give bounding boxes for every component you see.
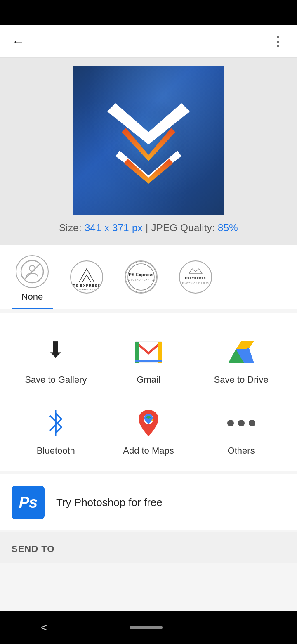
svg-text:PSEXPRESS: PSEXPRESS: [185, 277, 206, 280]
svg-text:PHOTOSHOP EXPRESS: PHOTOSHOP EXPRESS: [71, 288, 102, 291]
svg-rect-16: [135, 360, 162, 362]
image-thumbnail: [73, 66, 224, 215]
image-metadata: Size: 341 x 371 px | JPEG Quality: 85%: [59, 222, 238, 234]
jpeg-quality: 85%: [218, 222, 238, 233]
watermark-section: None PS EXPRESS PHOTOSHOP EXPRESS: [0, 245, 297, 309]
bottom-nav-bar: <: [0, 611, 297, 644]
promo-section[interactable]: Ps Try Photoshop for free: [0, 474, 297, 530]
save-gallery-label: Save to Gallery: [25, 374, 87, 385]
save-drive-item[interactable]: Save to Drive: [197, 329, 285, 392]
watermark-ps2-icon: PS Express PHOTOSHOP EXPRESS: [125, 260, 158, 294]
svg-point-3: [29, 265, 35, 271]
save-gallery-icon: ⬇: [39, 336, 72, 369]
share-section: ⬇ Save to Gallery: [0, 313, 297, 471]
promo-text: Try Photoshop for free: [56, 496, 163, 509]
others-item[interactable]: Others: [197, 400, 285, 463]
svg-text:PS EXPRESS: PS EXPRESS: [73, 284, 100, 288]
others-icon: [225, 407, 258, 440]
add-maps-label: Add to Maps: [123, 445, 174, 456]
send-to-section: SEND TO: [0, 532, 297, 563]
watermark-ps3[interactable]: PSEXPRESS ★ PHOTOSHOP EXPRESS ★: [175, 260, 216, 303]
bluetooth-item[interactable]: Bluetooth: [12, 400, 100, 463]
send-to-label: SEND TO: [12, 544, 54, 554]
save-gallery-item[interactable]: ⬇ Save to Gallery: [12, 329, 100, 392]
maps-icon: [132, 407, 165, 440]
menu-button[interactable]: ⋮: [271, 33, 285, 49]
others-label: Others: [228, 445, 255, 456]
gmail-icon: [132, 336, 165, 369]
svg-text:★ PHOTOSHOP EXPRESS ★: ★ PHOTOSHOP EXPRESS ★: [180, 282, 211, 284]
watermark-none[interactable]: None: [12, 255, 53, 309]
dot3: [249, 420, 255, 426]
watermark-ps2[interactable]: PS Express PHOTOSHOP EXPRESS: [120, 260, 162, 303]
watermark-ps1-icon: PS EXPRESS PHOTOSHOP EXPRESS: [70, 260, 103, 294]
photoshop-icon: Ps: [12, 486, 45, 519]
nav-home-indicator[interactable]: [130, 626, 163, 629]
watermark-ps3-icon: PSEXPRESS ★ PHOTOSHOP EXPRESS ★: [179, 260, 212, 294]
watermark-none-label: None: [21, 291, 43, 302]
image-size: 341 x 371 px: [85, 222, 143, 233]
back-button[interactable]: ←: [12, 35, 25, 48]
bluetooth-label: Bluetooth: [37, 445, 75, 456]
dot2: [238, 420, 245, 426]
image-preview-section: Size: 341 x 371 px | JPEG Quality: 85%: [0, 58, 297, 245]
watermark-row: None PS EXPRESS PHOTOSHOP EXPRESS: [12, 255, 285, 309]
header: ← ⋮: [0, 25, 297, 58]
save-drive-label: Save to Drive: [214, 374, 269, 385]
svg-text:PS Express: PS Express: [129, 272, 153, 277]
watermark-ps1[interactable]: PS EXPRESS PHOTOSHOP EXPRESS: [66, 260, 107, 303]
bluetooth-icon: [39, 407, 72, 440]
app-logo: [103, 91, 194, 190]
nav-back-button[interactable]: <: [41, 620, 48, 635]
svg-text:PHOTOSHOP EXPRESS: PHOTOSHOP EXPRESS: [127, 279, 156, 281]
ps-icon-text: Ps: [19, 494, 37, 511]
share-grid: ⬇ Save to Gallery: [12, 329, 285, 463]
status-bar: [0, 0, 297, 25]
drive-icon: [225, 336, 258, 369]
gmail-label: Gmail: [137, 374, 160, 385]
gmail-item[interactable]: Gmail: [104, 329, 193, 392]
dot1: [227, 420, 234, 426]
add-maps-item[interactable]: Add to Maps: [104, 400, 193, 463]
svg-point-6: [128, 264, 154, 290]
watermark-none-icon: [16, 255, 49, 288]
